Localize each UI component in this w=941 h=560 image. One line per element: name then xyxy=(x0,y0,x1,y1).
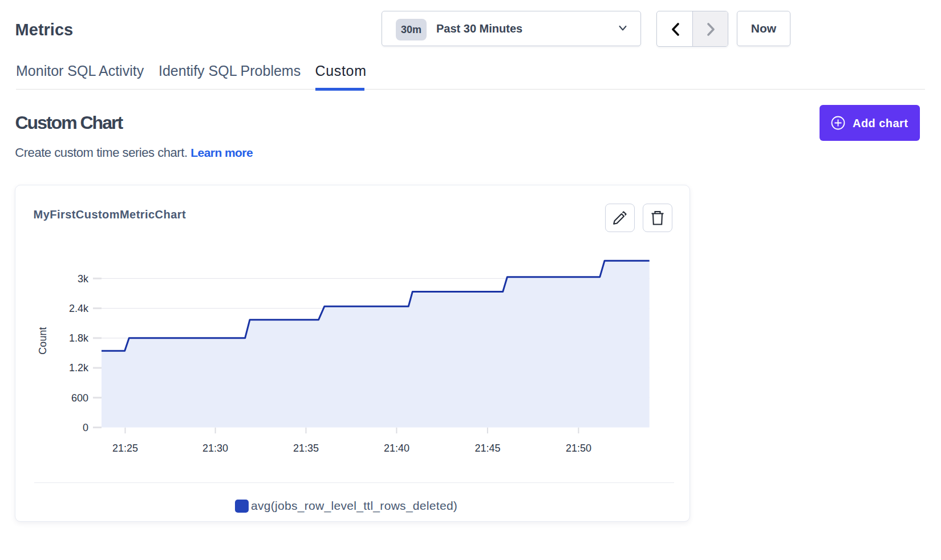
svg-text:600: 600 xyxy=(71,392,88,404)
svg-text:21:25: 21:25 xyxy=(112,443,138,454)
svg-text:1.2k: 1.2k xyxy=(69,362,89,374)
svg-text:21:35: 21:35 xyxy=(293,443,319,454)
svg-text:21:50: 21:50 xyxy=(566,443,591,454)
svg-text:21:40: 21:40 xyxy=(384,443,409,454)
svg-text:2.4k: 2.4k xyxy=(69,303,89,314)
svg-text:21:45: 21:45 xyxy=(474,443,500,454)
svg-text:Count: Count xyxy=(37,327,48,355)
svg-text:3k: 3k xyxy=(78,273,89,285)
svg-text:21:30: 21:30 xyxy=(202,443,228,454)
svg-text:0: 0 xyxy=(83,422,88,433)
svg-text:1.8k: 1.8k xyxy=(69,332,89,344)
